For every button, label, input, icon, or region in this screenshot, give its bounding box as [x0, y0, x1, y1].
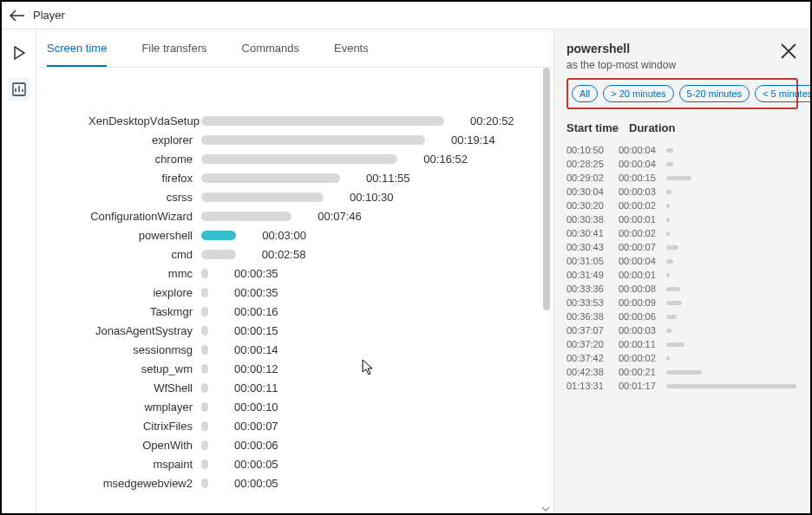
chart-row-duration: 00:00:15: [226, 324, 278, 337]
chart-row[interactable]: WfShell00:00:11: [88, 378, 545, 397]
detail-row[interactable]: 00:30:3800:00:01: [566, 212, 798, 226]
col-start-time: Start time: [566, 121, 619, 134]
filter-pill[interactable]: < 5 minutes: [755, 85, 812, 102]
chart-bar: [201, 154, 397, 164]
detail-start: 00:37:07: [566, 325, 619, 336]
chart-row-label: chrome: [88, 153, 201, 166]
chart-row[interactable]: csrss00:10:30: [88, 187, 545, 206]
chart-row-duration: 00:00:16: [226, 305, 278, 318]
chart-bar-wrap: [201, 231, 453, 240]
detail-row[interactable]: 01:13:3100:01:17: [566, 379, 798, 393]
chart-row[interactable]: powershell00:03:00: [88, 225, 545, 244]
stats-icon[interactable]: [8, 78, 30, 101]
detail-duration: 00:00:04: [619, 256, 666, 266]
detail-start: 00:30:04: [566, 186, 619, 197]
chart-row[interactable]: OpenWith00:00:06: [88, 435, 545, 454]
chart-row[interactable]: explorer00:19:14: [88, 130, 545, 149]
detail-bar: [666, 329, 671, 333]
scrollbar-thumb[interactable]: [543, 68, 550, 310]
chart-row[interactable]: mspaint00:00:05: [88, 454, 545, 473]
tab-commands[interactable]: Commands: [242, 42, 299, 67]
detail-duration: 00:00:06: [619, 311, 666, 322]
tab-events[interactable]: Events: [334, 42, 369, 67]
chart-row[interactable]: ConfigurationWizard00:07:46: [88, 206, 545, 225]
detail-row[interactable]: 00:33:3600:00:08: [566, 282, 798, 296]
scrollbar-vertical[interactable]: [543, 68, 550, 506]
chart-row[interactable]: JonasAgentSystray00:00:15: [88, 321, 545, 340]
detail-row[interactable]: 00:28:2500:00:04: [566, 157, 798, 171]
detail-bar: [666, 176, 691, 180]
topbar: Player: [2, 2, 810, 29]
chart-row[interactable]: mmc00:00:35: [88, 264, 545, 283]
chart-row-duration: 00:07:46: [309, 210, 362, 223]
detail-row[interactable]: 00:31:4900:00:01: [566, 268, 798, 282]
detail-row[interactable]: 00:33:5300:00:09: [566, 296, 798, 310]
detail-start: 00:30:20: [566, 200, 619, 211]
filter-pill[interactable]: 5-20 minutes: [679, 85, 750, 102]
filter-pill[interactable]: > 20 minutes: [603, 85, 673, 102]
play-icon[interactable]: [8, 42, 30, 64]
chart-row[interactable]: CitrixFiles00:00:07: [88, 416, 545, 435]
detail-duration: 00:00:03: [619, 186, 666, 197]
screen-time-chart: XenDesktopVdaSetup00:20:52explorer00:19:…: [36, 68, 553, 513]
duration-filters: All> 20 minutes5-20 minutes< 5 minutes: [566, 78, 798, 109]
detail-start: 00:29:02: [566, 173, 619, 183]
detail-duration: 00:00:07: [619, 242, 666, 252]
scroll-down-icon[interactable]: [541, 501, 550, 510]
detail-bar: [666, 342, 684, 347]
chart-bar-wrap: [201, 250, 453, 259]
chart-row[interactable]: wmplayer00:00:10: [88, 397, 545, 416]
detail-row[interactable]: 00:30:2000:00:02: [566, 199, 798, 212]
tab-screen-time[interactable]: Screen time: [47, 42, 107, 67]
chart-row-label: Taskmgr: [88, 305, 201, 318]
detail-bar: [666, 384, 796, 388]
chart-bar: [201, 440, 208, 450]
chart-row-label: ConfigurationWizard: [88, 210, 201, 223]
chart-row[interactable]: Taskmgr00:00:16: [88, 302, 545, 321]
close-icon[interactable]: [779, 42, 798, 61]
chart-bar: [201, 326, 208, 336]
chart-row[interactable]: msedgewebview200:00:05: [88, 473, 545, 492]
chart-row[interactable]: setup_wm00:00:12: [88, 359, 545, 378]
left-rail: [2, 29, 36, 513]
chart-row[interactable]: sessionmsg00:00:14: [88, 340, 545, 359]
detail-row[interactable]: 00:36:3800:00:06: [566, 310, 798, 323]
chart-row[interactable]: iexplore00:00:35: [88, 283, 545, 302]
chart-row-duration: 00:20:52: [462, 114, 514, 127]
detail-row[interactable]: 00:30:0400:00:03: [566, 185, 798, 199]
detail-row[interactable]: 00:31:0500:00:04: [566, 254, 798, 268]
detail-row[interactable]: 00:30:4100:00:02: [566, 226, 798, 240]
detail-row[interactable]: 00:29:0200:00:15: [566, 171, 798, 185]
detail-columns: Start time Duration: [566, 121, 798, 134]
chart-row[interactable]: XenDesktopVdaSetup00:20:52: [88, 111, 545, 130]
filter-pill[interactable]: All: [572, 85, 598, 102]
detail-row[interactable]: 00:10:5000:00:04: [566, 143, 798, 157]
back-icon[interactable]: [9, 7, 26, 24]
chart-row[interactable]: chrome00:16:52: [88, 149, 545, 168]
detail-bar: [666, 162, 673, 166]
chart-bar: [201, 288, 208, 297]
chart-row-label: XenDesktopVdaSetup: [88, 114, 201, 127]
col-duration: Duration: [629, 121, 675, 134]
tab-file-transfers[interactable]: File transfers: [141, 42, 206, 67]
detail-row[interactable]: 00:37:2000:00:11: [566, 337, 798, 351]
detail-row[interactable]: 00:37:0700:00:03: [566, 323, 798, 337]
detail-duration: 00:00:21: [619, 367, 666, 377]
chart-bar: [201, 421, 208, 431]
chart-bar: [201, 383, 208, 393]
detail-row[interactable]: 00:37:4200:00:02: [566, 351, 798, 365]
chart-bar: [201, 269, 208, 278]
chart-bar: [201, 250, 236, 259]
chart-row-duration: 00:19:14: [442, 134, 495, 147]
chart-row-duration: 00:00:07: [226, 420, 278, 433]
detail-bar: [666, 204, 670, 208]
detail-row[interactable]: 00:30:4300:00:07: [566, 240, 798, 254]
detail-duration: 00:00:09: [619, 297, 666, 308]
detail-row[interactable]: 00:42:3800:00:21: [566, 365, 798, 379]
detail-duration: 00:00:02: [619, 353, 666, 363]
detail-start: 00:37:20: [566, 339, 619, 349]
chart-row[interactable]: cmd00:02:58: [88, 244, 545, 264]
detail-start: 00:10:50: [566, 145, 619, 155]
detail-list: 00:10:5000:00:0400:28:2500:00:0400:29:02…: [566, 143, 798, 393]
chart-row[interactable]: firefox00:11:55: [88, 168, 545, 187]
